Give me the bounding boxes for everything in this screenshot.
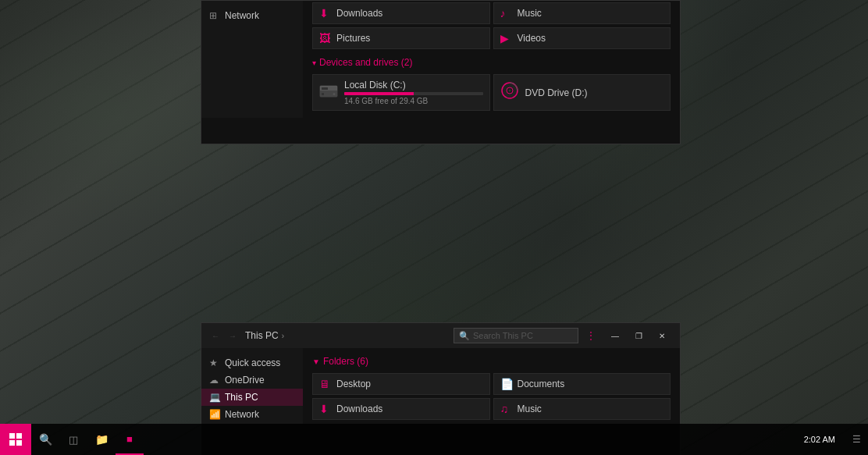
drives-section-label-top: Devices and drives (2) [319,57,412,68]
desktop-icon-bottom: 🖥 [319,378,332,390]
folders-grid-bottom: 🖥 Desktop 📄 Documents ⬇ Downloads ♫ Musi… [312,373,671,420]
drives-grid-top: Local Disk (C:) 14.6 GB free of 29.4 GB [312,74,671,111]
folder-item-music-bottom[interactable]: ♫ Music [493,398,671,420]
documents-icon-bottom: 📄 [500,378,513,390]
folder-item-pictures-top[interactable]: 🖼 Pictures [312,27,490,49]
windows-icon [9,433,22,446]
main-content-top: ⬇ Downloads ♪ Music 🖼 Pictures ▶ Videos [303,1,680,118]
svg-rect-9 [16,433,22,439]
window-controls-bottom: — ❐ ✕ [603,323,674,348]
drives-section-header-top[interactable]: ▾ Devices and drives (2) [312,57,671,68]
svg-point-7 [508,90,510,92]
drive-c-progress [344,92,483,95]
thispc-icon: 💻 [209,392,220,403]
close-button-bottom[interactable]: ✕ [650,323,674,348]
sidebar-item-network-top[interactable]: ⊞ Network [201,7,303,24]
taskbar-search-button[interactable]: 🔍 [31,424,59,455]
network-icon: ⊞ [209,10,220,21]
folders-section-label-bottom: Folders (6) [323,356,368,367]
quickaccess-icon: ★ [209,357,220,368]
taskbar-clock[interactable]: 2:02 AM [795,435,845,444]
file-explorer-window-top: ⊞ Network ⬇ Downloads ♪ Music 🖼 [201,0,681,144]
search-icon-bottom: 🔍 [459,331,470,341]
start-button[interactable] [0,424,31,455]
folders-section-header-bottom[interactable]: ▼ Folders (6) [312,356,671,367]
folder-item-desktop-bottom[interactable]: 🖥 Desktop [312,373,490,395]
svg-rect-8 [9,433,15,439]
folder-item-music-top[interactable]: ♪ Music [493,2,671,24]
path-label-bottom: This PC [245,330,279,341]
task-view-button[interactable]: ◫ [59,424,87,455]
svg-rect-2 [322,87,328,90]
sidebar-label-quickaccess: Quick access [225,357,280,368]
folder-name-videos-top: Videos [518,33,546,44]
folder-item-downloads-top[interactable]: ⬇ Downloads [312,2,490,24]
folder-name-downloads-top: Downloads [336,8,382,19]
notification-icon: ☰ [852,434,861,445]
download-icon-bottom: ⬇ [319,403,332,415]
download-icon-top: ⬇ [319,7,332,20]
music-icon-bottom: ♫ [500,403,513,415]
titlebar-search-bottom[interactable]: 🔍 Search This PC [454,328,578,343]
taskbar: 🔍 ◫ 📁 ■ 2:02 AM ☰ [0,424,868,455]
folder-item-documents-bottom[interactable]: 📄 Documents [493,373,671,395]
sidebar-label-onedrive: OneDrive [225,375,265,386]
nav-back-button-bottom[interactable]: ← [208,328,223,343]
file-explorer-taskbar-button[interactable]: 📁 [87,424,116,455]
sidebar-item-thispc-bottom[interactable]: 💻 This PC [201,389,303,406]
onedrive-icon: ☁ [209,375,220,386]
network-icon-bottom: 📶 [209,409,220,420]
restore-button-bottom[interactable]: ❐ [627,323,650,348]
svg-rect-11 [16,440,22,446]
path-chevron-bottom: › [282,332,284,340]
drive-d-name: DVD Drive (D:) [525,87,664,98]
svg-point-4 [333,93,336,95]
folder-item-downloads-bottom[interactable]: ⬇ Downloads [312,398,490,420]
minimize-button-bottom[interactable]: — [603,323,627,348]
sidebar-item-network-bottom[interactable]: 📶 Network [201,406,303,423]
sidebar-item-onedrive-bottom[interactable]: ☁ OneDrive [201,371,303,389]
drive-c-name: Local Disk (C:) [344,80,483,91]
folders-grid-top-partial: ⬇ Downloads ♪ Music 🖼 Pictures ▶ Videos [312,2,671,49]
videos-icon-top: ▶ [500,32,513,44]
sidebar-label-network-bottom: Network [225,409,259,420]
pinned-app-button[interactable]: ■ [116,424,144,455]
folder-icon-taskbar: 📁 [95,433,108,446]
music-icon-top: ♪ [500,7,513,20]
sidebar-item-quickaccess-bottom[interactable]: ★ Quick access [201,354,303,371]
nav-forward-button-bottom[interactable]: → [225,328,240,343]
svg-rect-10 [9,440,15,446]
search-placeholder-bottom: Search This PC [473,331,533,340]
folder-name-music-top: Music [518,8,542,19]
sidebar-label-thispc: This PC [225,392,258,403]
drive-item-c[interactable]: Local Disk (C:) 14.6 GB free of 29.4 GB [312,74,490,111]
drive-item-d[interactable]: DVD Drive (D:) [493,74,671,111]
folders-chevron-bottom: ▼ [312,357,320,366]
svg-rect-3 [322,93,324,95]
folder-name-pictures-top: Pictures [336,33,370,44]
pictures-icon-top: 🖼 [319,32,332,44]
drive-c-space: 14.6 GB free of 29.4 GB [344,97,483,105]
titlebar-bottom: ← → This PC › 🔍 Search This PC ⋮ — ❐ ✕ [201,323,680,348]
folder-name-music-bottom: Music [518,403,542,414]
taskview-icon: ◫ [69,434,78,446]
titlebar-path-bottom: This PC › [245,330,449,341]
folder-name-documents-bottom: Documents [518,379,565,389]
drives-chevron-top: ▾ [312,59,316,67]
sidebar-top: ⊞ Network [201,1,303,118]
thispc-icon-taskbar: ■ [126,433,133,445]
drive-c-icon [319,83,338,102]
settings-button-bottom[interactable]: ⋮ [583,328,599,343]
folder-name-desktop-bottom: Desktop [336,379,371,389]
search-icon-taskbar: 🔍 [39,433,52,446]
titlebar-nav-bottom: ← → [208,328,240,343]
window-top-content: ⊞ Network ⬇ Downloads ♪ Music 🖼 [201,1,680,118]
drive-d-icon [500,81,519,104]
drive-c-info: Local Disk (C:) 14.6 GB free of 29.4 GB [344,80,483,105]
folder-name-downloads-bottom: Downloads [336,403,382,414]
folder-item-videos-top[interactable]: ▶ Videos [493,27,671,49]
drive-c-progress-fill [344,92,414,95]
clock-time: 2:02 AM [804,435,835,444]
notification-button[interactable]: ☰ [845,424,868,455]
sidebar-label-network: Network [225,10,259,21]
